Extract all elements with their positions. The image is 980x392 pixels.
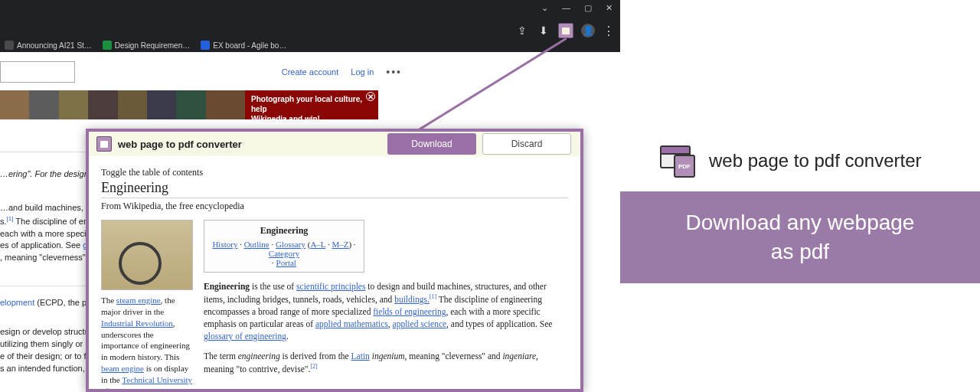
wiki-search-input[interactable] xyxy=(0,61,75,83)
article-link[interactable]: applied mathematics xyxy=(315,319,388,328)
article-paragraph: Engineering is the use of scientific pri… xyxy=(204,280,568,342)
popup-title: web page to pdf converter xyxy=(118,139,242,150)
minimize-button[interactable]: — xyxy=(562,3,570,9)
screenshot-area: ⌄ — ▢ ✕ ⇪ ⬇ 👤 ⋮ Announcing AI21 St… Desi… xyxy=(0,0,620,392)
login-link[interactable]: Log in xyxy=(351,67,374,77)
article-paragraph: The term engineering is derived from the… xyxy=(204,350,568,375)
wiki-banner: Photograph your local culture, help Wiki… xyxy=(0,90,378,119)
banner-text-line1: Photograph your local culture, help xyxy=(251,95,362,113)
more-menu-icon[interactable]: ••• xyxy=(386,66,402,78)
article-heading: Engineering xyxy=(101,180,568,198)
steam-engine-link[interactable]: steam engine xyxy=(116,296,161,305)
infobox-link[interactable]: Portal xyxy=(276,258,296,267)
bookmark-item[interactable]: EX board - Agile bo… xyxy=(201,41,286,50)
industrial-revolution-link[interactable]: Industrial Revolution xyxy=(101,318,173,328)
discard-button[interactable]: Discard xyxy=(482,133,571,155)
article-link[interactable]: buildings. xyxy=(394,295,430,304)
bookmark-item[interactable]: Design Requiremen… xyxy=(103,41,190,50)
close-button[interactable]: ✕ xyxy=(606,3,612,9)
brand-logo-icon xyxy=(660,145,697,176)
extension-icon[interactable] xyxy=(558,23,573,38)
profile-avatar-icon[interactable]: 👤 xyxy=(581,24,595,38)
divider xyxy=(0,152,92,152)
ecpd-link[interactable]: elopment xyxy=(0,298,34,307)
infobox-link[interactable]: Category xyxy=(269,249,299,258)
thumbnail-caption: The steam engine, the major driver in th… xyxy=(101,295,193,392)
infobox-link[interactable]: A–L xyxy=(310,240,325,249)
bookmarks-bar: Announcing AI21 St… Design Requiremen… E… xyxy=(0,38,620,52)
banner-close-icon[interactable]: ✕ xyxy=(366,92,375,101)
beam-engine-link[interactable]: beam engine xyxy=(101,364,144,373)
brand-row: web page to pdf converter xyxy=(660,145,922,176)
article-link[interactable]: applied science xyxy=(393,319,447,328)
wiki-account-links: Create account Log in ••• xyxy=(282,66,402,78)
tagline-box: Download any webpageas pdf xyxy=(620,191,980,283)
infobox-link[interactable]: Outline xyxy=(244,240,270,249)
kebab-menu-icon[interactable]: ⋮ xyxy=(603,24,616,38)
promo-panel: web page to pdf converter Download any w… xyxy=(620,0,980,392)
brand-title: web page to pdf converter xyxy=(709,150,922,172)
browser-toolbar: ⇪ ⬇ 👤 ⋮ xyxy=(515,23,616,38)
article-link[interactable]: Latin xyxy=(351,351,370,361)
infobox-link[interactable]: M–Z xyxy=(332,240,348,249)
infobox-title: Engineering xyxy=(211,225,358,237)
download-icon[interactable]: ⬇ xyxy=(537,24,550,38)
banner-text-line2: Wikipedia and win! xyxy=(251,115,320,123)
popup-header: web page to pdf converter Download Disca… xyxy=(86,129,583,156)
window-controls: ⌄ — ▢ ✕ xyxy=(534,0,620,12)
share-icon[interactable]: ⇪ xyxy=(515,24,529,38)
tagline-text: Download any webpageas pdf xyxy=(642,208,959,266)
infobox: Engineering History · Outline · Glossary… xyxy=(204,220,364,273)
infobox-link[interactable]: History xyxy=(212,240,237,249)
download-button[interactable]: Download xyxy=(387,133,476,155)
toc-toggle[interactable]: Toggle the table of contents xyxy=(101,167,568,178)
chevron-down-icon[interactable]: ⌄ xyxy=(541,3,548,9)
browser-chrome: ⌄ — ▢ ✕ ⇪ ⬇ 👤 ⋮ xyxy=(0,0,620,38)
maximize-button[interactable]: ▢ xyxy=(584,3,592,9)
create-account-link[interactable]: Create account xyxy=(282,67,339,77)
popup-preview: Toggle the table of contents Engineering… xyxy=(86,156,583,392)
article-thumbnail xyxy=(101,220,193,290)
article-link[interactable]: fields of engineering xyxy=(373,307,446,316)
article-link[interactable]: glossary of engineering xyxy=(204,332,286,341)
banner-image-strip xyxy=(0,90,245,119)
article-subtitle: From Wikipedia, the free encyclopedia xyxy=(101,201,568,212)
infobox-link[interactable]: Glossary xyxy=(276,240,305,249)
extension-logo-icon xyxy=(96,136,112,152)
extension-popup: web page to pdf converter Download Disca… xyxy=(86,129,583,392)
article-link[interactable]: scientific principles xyxy=(296,282,365,291)
divider xyxy=(0,286,92,286)
banner-callout[interactable]: Photograph your local culture, help Wiki… xyxy=(245,90,378,119)
bookmark-item[interactable]: Announcing AI21 St… xyxy=(5,41,92,50)
